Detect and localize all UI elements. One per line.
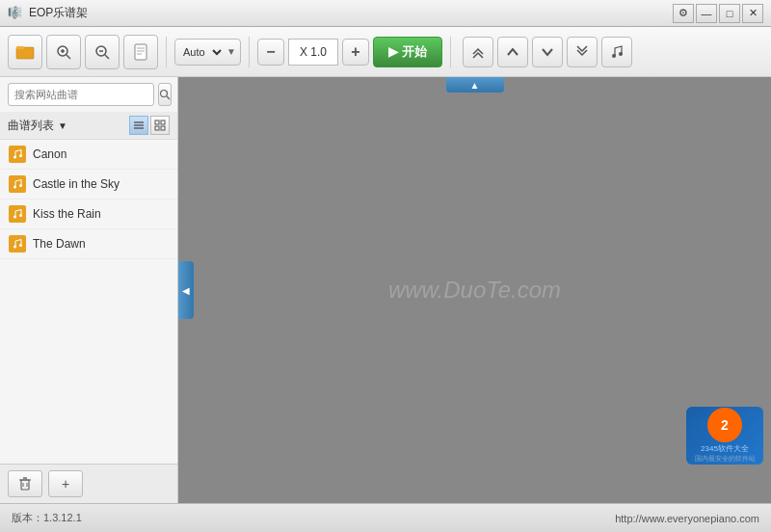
speed-select[interactable]: Auto x0.5 x0.75 x1.0 x1.25 bbox=[179, 45, 225, 59]
svg-point-25 bbox=[19, 154, 22, 157]
page-button[interactable] bbox=[123, 35, 158, 69]
up-icon bbox=[505, 44, 520, 60]
open-file-button[interactable] bbox=[8, 35, 42, 69]
playlist-title: 曲谱列表 bbox=[8, 118, 54, 134]
svg-line-7 bbox=[105, 55, 109, 59]
zoom-out-button[interactable] bbox=[85, 35, 120, 69]
maximize-button[interactable]: □ bbox=[719, 4, 740, 23]
song-name-0: Canon bbox=[33, 147, 66, 161]
speed-decrease-button[interactable]: − bbox=[257, 39, 284, 66]
version-number: 1.3.12.1 bbox=[43, 512, 82, 523]
song-icon-0 bbox=[8, 145, 27, 164]
list-view-icon bbox=[133, 120, 145, 131]
svg-point-28 bbox=[13, 216, 16, 219]
song-name-3: The Dawn bbox=[33, 237, 86, 251]
brand-watermark: 2 2345软件大全 国内最安全的软件站 bbox=[686, 407, 763, 465]
svg-rect-1 bbox=[16, 46, 24, 49]
svg-point-26 bbox=[13, 186, 16, 189]
separator-3 bbox=[450, 37, 451, 67]
music-icon bbox=[609, 44, 625, 60]
arrow-double-down-button[interactable] bbox=[567, 37, 598, 67]
zoom-out-icon bbox=[93, 43, 111, 61]
view-buttons bbox=[129, 116, 170, 135]
start-button[interactable]: ▶ 开始 bbox=[373, 37, 442, 67]
list-view-button[interactable] bbox=[129, 116, 148, 135]
speed-arrow-icon: ▼ bbox=[226, 46, 236, 57]
svg-point-14 bbox=[619, 52, 623, 56]
speed-control[interactable]: Auto x0.5 x0.75 x1.0 x1.25 ▼ bbox=[174, 39, 241, 66]
svg-rect-21 bbox=[161, 120, 165, 124]
watermark: www.DuoTe.com bbox=[388, 277, 561, 304]
down-icon bbox=[540, 44, 555, 60]
add-button[interactable]: + bbox=[48, 470, 83, 497]
folder-icon bbox=[15, 42, 35, 62]
play-icon: ▶ bbox=[388, 44, 398, 59]
grid-view-icon bbox=[154, 120, 166, 131]
version-prefix: 版本： bbox=[12, 512, 43, 523]
delete-button[interactable] bbox=[8, 470, 42, 497]
speed-increase-button[interactable]: + bbox=[342, 39, 369, 66]
list-item[interactable]: The Dawn bbox=[0, 229, 177, 259]
title-bar: 🎼 EOP乐谱架 ⚙ — □ ✕ bbox=[0, 0, 771, 27]
svg-line-16 bbox=[167, 96, 170, 99]
song-name-1: Castle in the Sky bbox=[33, 177, 120, 191]
zoom-in-button[interactable] bbox=[46, 35, 81, 69]
sidebar: 曲谱列表 ▼ bbox=[0, 77, 178, 503]
window-controls: ⚙ — □ ✕ bbox=[673, 4, 763, 23]
arrow-down-button[interactable] bbox=[532, 37, 563, 67]
top-scroll-handle[interactable]: ▲ bbox=[446, 77, 504, 93]
speed-display: X 1.0 bbox=[288, 39, 338, 66]
playlist-label[interactable]: 曲谱列表 ▼ bbox=[8, 118, 129, 134]
arrow-up-button[interactable] bbox=[497, 37, 528, 67]
music-button[interactable] bbox=[601, 37, 632, 67]
sidebar-bottom: + bbox=[0, 464, 177, 503]
svg-point-30 bbox=[13, 246, 16, 249]
svg-point-15 bbox=[161, 91, 168, 97]
list-item[interactable]: Castle in the Sky bbox=[0, 170, 177, 200]
version-label: 版本：1.3.12.1 bbox=[12, 511, 82, 525]
start-label: 开始 bbox=[402, 43, 427, 61]
svg-point-31 bbox=[19, 244, 22, 247]
svg-rect-22 bbox=[155, 126, 159, 130]
search-icon bbox=[159, 89, 171, 100]
window-title: EOP乐谱架 bbox=[29, 5, 673, 21]
separator-1 bbox=[166, 37, 167, 67]
brand-logo: 2 bbox=[707, 408, 742, 442]
list-item[interactable]: Kiss the Rain bbox=[0, 200, 177, 229]
app-icon: 🎼 bbox=[8, 6, 23, 21]
close-button[interactable]: ✕ bbox=[742, 4, 763, 23]
content-area: ▲ www.DuoTe.com ◀ 2 2345软件大全 国内最安全的软件站 bbox=[178, 77, 771, 503]
svg-point-24 bbox=[13, 156, 16, 159]
song-icon-2 bbox=[8, 204, 27, 224]
playlist-header: 曲谱列表 ▼ bbox=[0, 112, 177, 140]
list-item[interactable]: Canon bbox=[0, 140, 177, 170]
trash-icon bbox=[17, 476, 33, 492]
status-bar: 版本：1.3.12.1 http://www.everyonepiano.com bbox=[0, 503, 771, 532]
song-icon-1 bbox=[8, 174, 27, 194]
minimize-button[interactable]: — bbox=[696, 4, 717, 23]
separator-2 bbox=[249, 37, 250, 67]
song-name-2: Kiss the Rain bbox=[33, 207, 101, 221]
toolbar: Auto x0.5 x0.75 x1.0 x1.25 ▼ − X 1.0 + ▶… bbox=[0, 27, 771, 77]
search-input[interactable] bbox=[8, 83, 154, 106]
svg-rect-20 bbox=[155, 120, 159, 124]
song-icon-3 bbox=[8, 234, 27, 253]
svg-rect-9 bbox=[135, 44, 146, 60]
playlist-dropdown-icon: ▼ bbox=[58, 120, 67, 131]
svg-point-13 bbox=[612, 54, 616, 58]
svg-rect-32 bbox=[21, 480, 29, 490]
status-url: http://www.everyonepiano.com bbox=[90, 513, 759, 524]
svg-rect-23 bbox=[161, 126, 165, 130]
settings-button[interactable]: ⚙ bbox=[673, 4, 694, 23]
arrow-double-up-button[interactable] bbox=[463, 37, 493, 67]
search-button[interactable] bbox=[158, 83, 172, 106]
search-bar bbox=[0, 77, 177, 112]
double-down-icon bbox=[574, 44, 590, 60]
right-toolbar bbox=[463, 37, 632, 67]
page-icon bbox=[132, 43, 149, 61]
grid-view-button[interactable] bbox=[150, 116, 170, 135]
svg-point-29 bbox=[19, 214, 22, 217]
left-scroll-handle[interactable]: ◀ bbox=[178, 261, 194, 319]
brand-sub: 国内最安全的软件站 bbox=[695, 454, 756, 464]
main-layout: 曲谱列表 ▼ bbox=[0, 77, 771, 503]
